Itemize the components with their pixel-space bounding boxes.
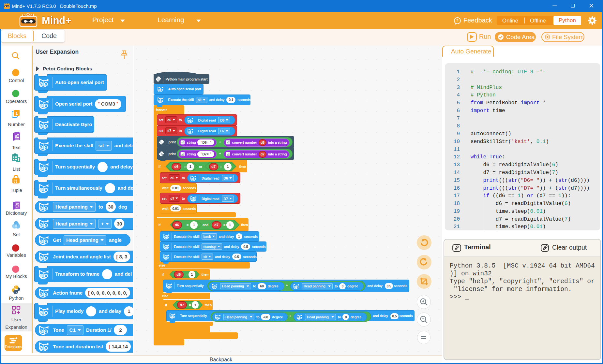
svg-text:{ }: { } <box>15 204 19 208</box>
svg-text:1: 1 <box>16 111 18 116</box>
svg-text:(·): (·) <box>14 179 17 183</box>
svg-text:?: ? <box>456 19 459 23</box>
